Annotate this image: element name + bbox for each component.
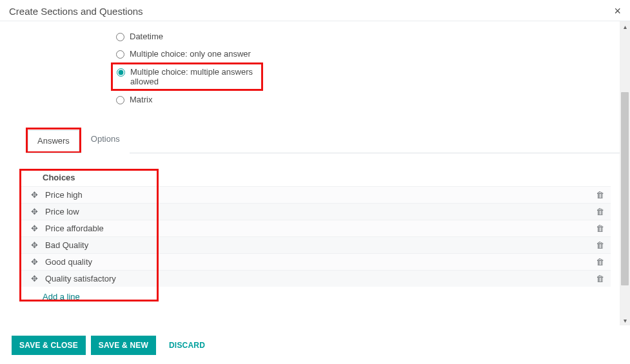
tab-options[interactable]: Options: [81, 128, 130, 153]
scrollbar-thumb[interactable]: [621, 92, 629, 285]
scroll-up-icon[interactable]: ▴: [620, 21, 630, 32]
choices-section: Choices ✥ Price high 🗑 ✥ Price low 🗑 ✥ P…: [19, 169, 611, 307]
radio-datetime-label: Datetime: [130, 32, 163, 41]
choice-label[interactable]: Quality satisfactory: [45, 274, 587, 283]
tabs-wrap: Answers Options: [26, 128, 630, 153]
tab-answers[interactable]: Answers: [28, 130, 79, 151]
choice-label[interactable]: Good quality: [45, 257, 587, 267]
choice-row[interactable]: ✥ Price affordable 🗑: [19, 220, 611, 236]
trash-icon[interactable]: 🗑: [593, 240, 607, 250]
trash-icon[interactable]: 🗑: [593, 190, 607, 200]
trash-icon[interactable]: 🗑: [593, 257, 607, 267]
radio-matrix-label: Matrix: [130, 95, 152, 104]
choice-row[interactable]: ✥ Bad Quality 🗑: [19, 236, 611, 253]
choice-label[interactable]: Bad Quality: [45, 240, 587, 250]
add-line-link[interactable]: Add a line: [19, 287, 611, 307]
choice-row[interactable]: ✥ Good quality 🗑: [19, 253, 611, 270]
radio-matrix-input[interactable]: [116, 96, 124, 104]
choice-label[interactable]: Price high: [45, 190, 587, 200]
drag-icon[interactable]: ✥: [30, 190, 39, 200]
trash-icon[interactable]: 🗑: [593, 224, 607, 233]
tabs: Answers Options: [26, 128, 630, 153]
scroll-down-icon[interactable]: ▾: [620, 315, 630, 325]
radio-multi-many-label: Multiple choice: multiple answers allowe…: [130, 67, 257, 86]
choice-row[interactable]: ✥ Price low 🗑: [19, 203, 611, 220]
modal-title: Create Sections and Questions: [9, 6, 143, 17]
question-type-radios: Datetime Multiple choice: only one answe…: [116, 28, 277, 108]
modal-header: Create Sections and Questions ×: [0, 0, 630, 21]
vertical-scrollbar[interactable]: ▴ ▾: [620, 21, 630, 325]
drag-icon[interactable]: ✥: [30, 274, 39, 283]
highlight-tab-answers: Answers: [26, 128, 81, 153]
radio-matrix[interactable]: Matrix: [116, 91, 277, 108]
radio-multi-one[interactable]: Multiple choice: only one answer: [116, 45, 277, 62]
save-new-button[interactable]: SAVE & NEW: [91, 336, 156, 355]
highlight-selected-radio: Multiple choice: multiple answers allowe…: [111, 62, 263, 91]
radio-multi-many[interactable]: Multiple choice: multiple answers allowe…: [117, 67, 257, 86]
modal-footer: SAVE & CLOSE SAVE & NEW DISCARD: [0, 329, 630, 364]
choice-label[interactable]: Price low: [45, 207, 587, 216]
drag-icon[interactable]: ✥: [30, 257, 39, 267]
choice-row[interactable]: ✥ Quality satisfactory 🗑: [19, 270, 611, 287]
trash-icon[interactable]: 🗑: [593, 207, 607, 216]
modal-body: Datetime Multiple choice: only one answe…: [0, 21, 630, 330]
drag-icon[interactable]: ✥: [30, 207, 39, 216]
radio-datetime-input[interactable]: [116, 33, 124, 41]
modal: Create Sections and Questions × Datetime…: [0, 0, 630, 364]
drag-icon[interactable]: ✥: [30, 224, 39, 233]
choice-label[interactable]: Price affordable: [45, 224, 587, 233]
choices-header: Choices: [19, 169, 611, 186]
drag-icon[interactable]: ✥: [30, 240, 39, 250]
trash-icon[interactable]: 🗑: [593, 274, 607, 283]
radio-multi-one-input[interactable]: [116, 50, 124, 59]
radio-datetime[interactable]: Datetime: [116, 28, 277, 45]
radio-multi-one-label: Multiple choice: only one answer: [130, 49, 251, 59]
save-close-button[interactable]: SAVE & CLOSE: [12, 336, 86, 355]
discard-button[interactable]: DISCARD: [161, 336, 213, 355]
choice-row[interactable]: ✥ Price high 🗑: [19, 186, 611, 203]
radio-multi-many-input[interactable]: [117, 68, 125, 77]
close-icon[interactable]: ×: [614, 5, 621, 17]
